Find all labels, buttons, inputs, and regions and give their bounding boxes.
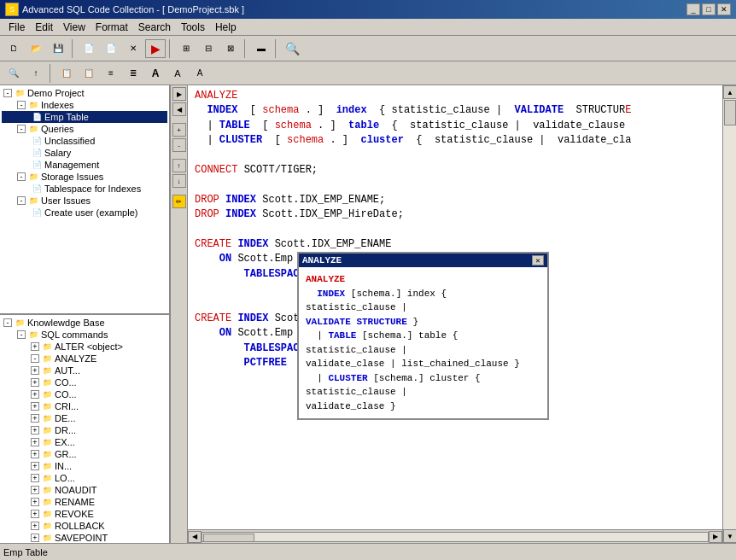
expand-analyze[interactable]: - [31, 354, 39, 363]
expand-cri[interactable]: + [31, 402, 39, 411]
tree-savepoint[interactable]: + 📁 SAVEPOINT [2, 532, 167, 543]
tree-aut[interactable]: + 📁 AUT... [2, 365, 167, 376]
project-tree[interactable]: - 📁 Demo Project - 📁 Indexes 📄 Emp Table [0, 85, 169, 315]
tree-emp-table[interactable]: 📄 Emp Table [2, 111, 167, 123]
menu-file[interactable]: File [3, 20, 30, 34]
knowledge-tree[interactable]: - 📁 Knowlewdge Base - 📁 SQL commands + 📁… [0, 315, 169, 543]
vscroll-thumb[interactable] [724, 100, 736, 125]
editor-hscroll[interactable]: ◀ ▶ [188, 529, 722, 543]
expand-noaudit[interactable]: + [31, 486, 39, 494]
expand-in[interactable]: + [31, 462, 39, 470]
tree-dr[interactable]: + 📁 DR... [2, 424, 167, 436]
expand-indexes[interactable]: - [17, 101, 26, 109]
tree-cri[interactable]: + 📁 CRI... [2, 400, 167, 412]
menu-help[interactable]: Help [210, 20, 242, 34]
expand-sql[interactable]: - [17, 330, 26, 339]
menu-search[interactable]: Search [133, 20, 176, 34]
tree-root-demo[interactable]: - 📁 Demo Project [2, 87, 167, 99]
tree-user-issues[interactable]: - 📁 User Issues [2, 195, 167, 207]
editor-content[interactable]: ANALYZE INDEX [ schema . ] index { stati… [188, 85, 722, 529]
menu-format[interactable]: Format [91, 20, 133, 34]
tree-rollback[interactable]: + 📁 ROLLBACK [2, 520, 167, 532]
menu-tools[interactable]: Tools [176, 20, 210, 34]
tree-analyze[interactable]: - 📁 ANALYZE [2, 353, 167, 365]
expand-user[interactable]: - [17, 196, 26, 205]
window-controls[interactable]: _ □ ✕ [686, 3, 731, 15]
tree-create-user[interactable]: 📄 Create user (example) [2, 207, 167, 219]
expand-ex[interactable]: + [31, 438, 39, 446]
close-button[interactable]: ✕ [717, 3, 731, 15]
tree-alter[interactable]: + 📁 ALTER <object> [2, 341, 167, 353]
tb2-font-btn1[interactable]: A [145, 64, 166, 83]
vscroll-up[interactable]: ▲ [723, 85, 736, 99]
expand-rename[interactable]: + [31, 498, 39, 506]
vtb-btn2[interactable]: ◀ [172, 102, 186, 116]
tree-de[interactable]: + 📁 DE... [2, 412, 167, 424]
tree-co1[interactable]: + 📁 CO... [2, 376, 167, 388]
tree-revoke[interactable]: + 📁 REVOKE [2, 508, 167, 520]
tree-unclassified[interactable]: 📄 Unclassified [2, 135, 167, 147]
tree-queries[interactable]: - 📁 Queries [2, 123, 167, 135]
expand-co2[interactable]: + [31, 390, 39, 399]
tree-indexes[interactable]: - 📁 Indexes [2, 99, 167, 111]
tb2-btn3[interactable]: 📋 [56, 64, 77, 83]
tb2-font-btn2[interactable]: A [167, 64, 188, 83]
tb2-font-btn3[interactable]: A [190, 64, 210, 83]
vtb-pencil[interactable]: ✏ [172, 195, 186, 208]
tree-co2[interactable]: + 📁 CO... [2, 388, 167, 400]
minimize-button[interactable]: _ [686, 3, 700, 15]
tree-kb-root[interactable]: - 📁 Knowlewdge Base [2, 317, 167, 329]
expand-demo[interactable]: - [3, 89, 12, 97]
tree-sql-commands[interactable]: - 📁 SQL commands [2, 329, 167, 341]
run-button[interactable]: ▶ [145, 39, 166, 58]
tb2-btn4[interactable]: 📋 [79, 64, 99, 83]
grid-button[interactable]: ⊞ [176, 39, 196, 58]
maximize-button[interactable]: □ [702, 3, 716, 15]
menu-edit[interactable]: Edit [30, 20, 58, 34]
vtb-btn6[interactable]: ↓ [172, 174, 186, 188]
expand-aut[interactable]: + [31, 366, 39, 375]
open-button[interactable]: 📂 [26, 39, 46, 58]
vtb-btn5[interactable]: ↑ [172, 159, 186, 172]
vtb-btn3[interactable]: + [172, 123, 186, 137]
tree-gr[interactable]: + 📁 GR... [2, 448, 167, 460]
vtb-btn4[interactable]: - [172, 138, 186, 152]
new-doc-button[interactable]: 📄 [79, 39, 99, 58]
expand-savepoint[interactable]: + [31, 534, 39, 542]
expand-de[interactable]: + [31, 414, 39, 423]
expand-rollback[interactable]: + [31, 522, 39, 530]
expand-queries[interactable]: - [17, 125, 26, 133]
expand-co1[interactable]: + [31, 378, 39, 387]
expand-gr[interactable]: + [31, 450, 39, 458]
popup-close-button[interactable]: ✕ [532, 255, 544, 265]
search-binoculars[interactable]: 🔍 [282, 39, 302, 58]
open-doc-button[interactable]: 📄 [101, 39, 121, 58]
tree-salary[interactable]: 📄 Salary [2, 147, 167, 159]
expand-alter[interactable]: + [31, 342, 39, 351]
tb2-btn5[interactable]: ≡ [101, 64, 121, 83]
tree-management[interactable]: 📄 Management [2, 159, 167, 171]
grid-button3[interactable]: ⊠ [220, 39, 241, 58]
vscroll-track[interactable] [723, 99, 736, 529]
expand-storage[interactable]: - [17, 172, 26, 181]
hscroll-track[interactable] [202, 532, 709, 542]
close-button[interactable]: ✕ [123, 39, 143, 58]
tree-rename[interactable]: + 📁 RENAME [2, 496, 167, 508]
grid-button2[interactable]: ⊟ [198, 39, 219, 58]
tree-storage[interactable]: - 📁 Storage Issues [2, 171, 167, 183]
tree-ex[interactable]: + 📁 EX... [2, 436, 167, 448]
tb2-btn2[interactable]: ↑ [26, 64, 46, 83]
save-button[interactable]: 💾 [48, 39, 68, 58]
new-button[interactable]: 🗋 [3, 39, 24, 58]
hscroll-right[interactable]: ▶ [709, 531, 722, 543]
editor-vscroll[interactable]: ▲ ▼ [722, 85, 736, 543]
expand-revoke[interactable]: + [31, 510, 39, 518]
vscroll-down[interactable]: ▼ [723, 529, 736, 543]
tree-noaudit[interactable]: + 📁 NOAUDIT [2, 484, 167, 496]
rect-button[interactable]: ▬ [251, 39, 272, 58]
hscroll-left[interactable]: ◀ [188, 531, 202, 543]
expand-dr[interactable]: + [31, 426, 39, 435]
tree-tablespace[interactable]: 📄 Tablespace for Indexes [2, 183, 167, 195]
menu-view[interactable]: View [58, 20, 91, 34]
tree-lo[interactable]: + 📁 LO... [2, 472, 167, 484]
